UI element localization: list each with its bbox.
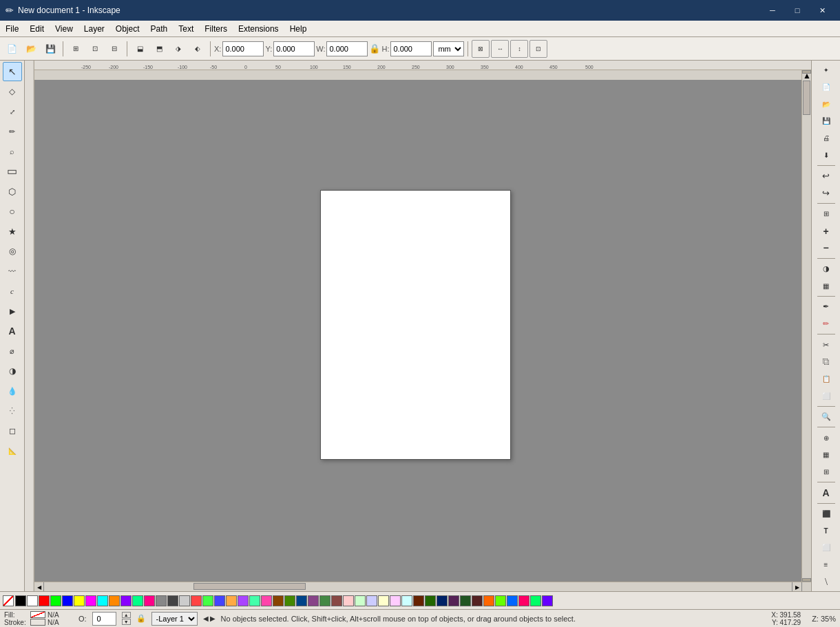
tool-text[interactable]: A [3,321,22,341]
tb-open[interactable]: 📂 [22,40,40,58]
rp-print[interactable]: 🖨 [817,130,836,147]
scroll-right-btn[interactable]: ▶ [792,582,801,591]
rp-fill-stroke[interactable]: ◑ [817,261,836,277]
tb-snap-d[interactable]: ⊡ [529,40,547,58]
tb-align4[interactable]: ⬖ [189,40,207,58]
color-none[interactable] [3,595,14,606]
scroll-up-btn[interactable]: ▲ [802,70,811,74]
color-swatch-9[interactable] [120,595,132,606]
rp-r1[interactable]: ⬛ [817,506,836,522]
tool-selector[interactable]: ↖ [3,62,22,81]
tool-measure[interactable]: 📐 [3,441,22,460]
opacity-down[interactable]: ▼ [122,619,131,625]
color-swatch-12[interactable] [156,595,167,606]
color-swatch-41[interactable] [495,595,506,606]
maximize-button[interactable]: □ [785,0,810,21]
tool-dropper[interactable]: 💧 [3,381,22,401]
tb-align2[interactable]: ⬒ [150,40,168,58]
color-swatch-27[interactable] [331,595,342,606]
tool-node[interactable]: ◇ [3,82,22,101]
tool-calligraphy[interactable]: c [3,281,22,301]
color-swatch-14[interactable] [179,595,190,606]
tool-pencil[interactable]: ✏ [3,122,22,141]
color-swatch-17[interactable] [214,595,225,606]
rp-guides[interactable]: ⊞ [817,464,836,480]
color-swatch-3[interactable] [50,595,61,606]
tool-star[interactable]: ★ [3,222,22,241]
color-swatch-13[interactable] [167,595,178,606]
rp-find[interactable]: 🔍 [817,409,836,425]
color-swatch-1[interactable] [27,595,38,606]
rp-redo[interactable]: ↪ [817,185,836,202]
color-swatch-20[interactable] [249,595,260,606]
tb-snap2[interactable]: ⊡ [86,40,104,58]
rp-text-r[interactable]: A [817,485,836,501]
color-swatch-22[interactable] [273,595,284,606]
tool-rect[interactable]: ▭ [3,162,22,181]
scroll-thumb-vertical[interactable] [803,81,810,115]
tool-3dbox[interactable]: ⬡ [3,182,22,201]
tool-spray[interactable]: ⁛ [3,401,22,421]
rp-r2[interactable]: T [817,522,836,539]
rp-swatches[interactable]: ▦ [817,278,836,295]
color-swatch-6[interactable] [85,595,96,606]
menu-help[interactable]: Help [284,21,313,36]
y-input[interactable] [273,41,315,56]
color-swatch-0[interactable] [15,595,26,606]
color-swatch-31[interactable] [378,595,389,606]
tool-spiral[interactable]: ◎ [3,242,22,261]
color-swatch-16[interactable] [202,595,213,606]
color-swatch-5[interactable] [74,595,85,606]
color-swatch-8[interactable] [109,595,120,606]
scroll-left-btn[interactable]: ◀ [34,582,44,591]
tool-paint-bucket[interactable]: ▶ [3,301,22,321]
tb-snap3[interactable]: ⊟ [105,40,123,58]
rp-copy[interactable]: ⿻ [817,354,836,370]
menu-object[interactable]: Object [110,21,145,36]
rp-import[interactable]: ⬇ [817,147,836,163]
w-input[interactable] [326,41,368,56]
color-swatch-37[interactable] [448,595,459,606]
minimize-button[interactable]: ─ [760,0,785,21]
rp-r5[interactable]: ⧹ [817,573,836,590]
color-swatch-30[interactable] [366,595,377,606]
color-swatch-26[interactable] [319,595,330,606]
tool-connector[interactable]: ⌀ [3,341,22,361]
rp-save[interactable]: 💾 [817,113,836,129]
opacity-up[interactable]: ▲ [122,612,131,618]
color-swatch-18[interactable] [226,595,237,606]
rp-zoom-out[interactable]: − [817,240,836,256]
tb-new[interactable]: 📄 [3,40,21,58]
tb-align1[interactable]: ⬓ [131,40,149,58]
layer-select[interactable]: -Layer 1 [151,612,198,626]
rp-new[interactable]: 📄 [817,79,836,96]
color-swatch-45[interactable] [542,595,553,606]
rp-xml[interactable]: ✦ [817,62,836,78]
color-swatch-15[interactable] [191,595,202,606]
rp-zoom-in[interactable]: + [817,223,836,240]
color-swatch-34[interactable] [413,595,424,606]
color-swatch-11[interactable] [144,595,155,606]
color-swatch-10[interactable] [132,595,143,606]
layer-down-btn[interactable]: ◀ [203,615,209,622]
tool-ellipse[interactable]: ○ [3,202,22,221]
color-swatch-38[interactable] [460,595,471,606]
menu-layer[interactable]: Layer [78,21,110,36]
h-input[interactable] [390,41,432,56]
rp-zoom-fit[interactable]: ⊞ [817,206,836,222]
rp-pencil[interactable]: ✏ [817,316,836,332]
rp-pen[interactable]: ✒ [817,299,836,315]
rp-dup[interactable]: ⬜ [817,387,836,404]
scroll-thumb-horizontal[interactable] [193,583,306,590]
color-swatch-35[interactable] [425,595,436,606]
rp-r3[interactable]: ⬜ [817,540,836,556]
color-swatch-33[interactable] [401,595,412,606]
stroke-swatch[interactable] [30,619,45,626]
unit-select[interactable]: mm px in pt cm [433,41,464,56]
fill-swatch[interactable] [30,611,45,618]
layer-up-btn[interactable]: ▶ [210,615,216,622]
color-swatch-2[interactable] [39,595,50,606]
lock-aspect-icon[interactable]: 🔒 [369,43,380,54]
scrollbar-vertical[interactable]: ▲ ▼ [801,70,811,582]
rp-paste[interactable]: 📋 [817,371,836,387]
